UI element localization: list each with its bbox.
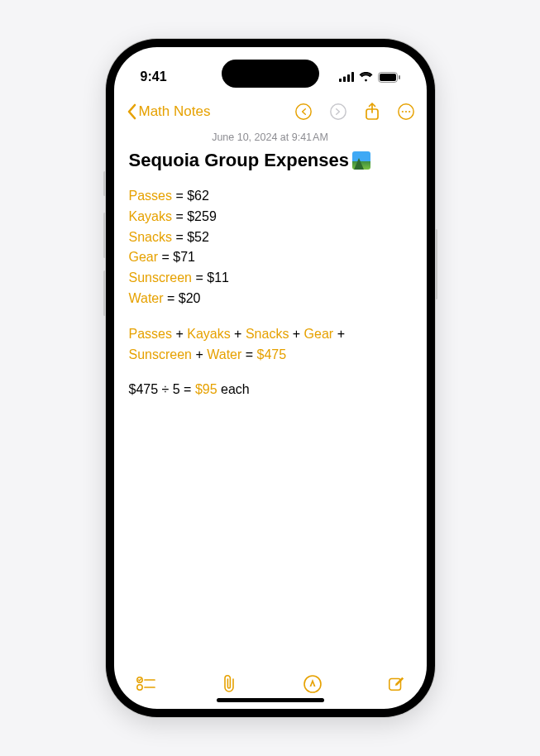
svg-rect-1 [343, 77, 346, 83]
svg-point-16 [136, 685, 141, 690]
share-button[interactable] [364, 102, 380, 122]
back-button[interactable]: Math Notes [126, 103, 293, 120]
expense-name: Gear [129, 250, 159, 264]
svg-rect-5 [380, 74, 396, 81]
expense-line: Gear = $71 [129, 247, 412, 268]
sum-result: $475 [257, 347, 287, 361]
division-suffix: each [221, 382, 250, 396]
svg-point-11 [401, 111, 403, 112]
status-time: 9:41 [141, 69, 167, 84]
sum-term: Passes [129, 327, 172, 341]
sum-term: Gear [304, 327, 334, 341]
svg-point-8 [330, 104, 345, 119]
expense-value: $259 [187, 209, 217, 223]
expense-value: $52 [187, 230, 209, 244]
note-body[interactable]: Sequoia Group Expenses Passes = $62Kayak… [114, 150, 427, 664]
expense-value: $71 [173, 250, 195, 264]
checklist-button[interactable] [136, 676, 155, 692]
expense-list: Passes = $62Kayaks = $259Snacks = $52Gea… [129, 186, 412, 309]
expense-value: $11 [207, 270, 229, 285]
side-button [103, 171, 106, 196]
back-label: Math Notes [139, 103, 211, 120]
volume-up-button [103, 213, 106, 258]
expense-line: Snacks = $52 [129, 227, 412, 248]
undo-button[interactable] [294, 103, 313, 121]
sum-term: Kayaks [187, 327, 230, 341]
expense-name: Passes [129, 189, 172, 203]
expense-name: Sunscreen [129, 270, 193, 285]
division-result: $95 [195, 382, 217, 396]
volume-down-button [103, 270, 106, 316]
power-button [435, 229, 437, 299]
sum-term: Sunscreen [129, 347, 193, 361]
svg-point-12 [404, 111, 406, 112]
expense-line: Kayaks = $259 [129, 207, 412, 227]
expense-value: $62 [187, 189, 209, 203]
svg-point-18 [304, 676, 321, 692]
phone-frame: 9:41 Math Notes [106, 39, 435, 717]
expense-line: Sunscreen = $11 [129, 268, 412, 289]
note-title-text: Sequoia Group Expenses [129, 150, 350, 171]
markup-button[interactable] [303, 674, 323, 694]
sum-line-2: Sunscreen + Water = $475 [129, 345, 412, 366]
expense-line: Passes = $62 [129, 186, 412, 207]
sum-term: Snacks [246, 327, 289, 341]
park-emoji-icon [352, 151, 370, 170]
home-indicator[interactable] [217, 698, 324, 702]
redo-button[interactable] [329, 103, 347, 121]
expense-line: Water = $20 [129, 289, 412, 309]
svg-point-13 [409, 111, 410, 112]
chevron-left-icon [126, 103, 137, 120]
battery-icon [378, 72, 400, 83]
cellular-icon [339, 72, 354, 82]
dynamic-island [222, 60, 319, 88]
svg-rect-19 [389, 679, 400, 691]
screen: 9:41 Math Notes [114, 47, 427, 709]
division-prefix: $475 ÷ 5 = [129, 382, 192, 396]
svg-rect-2 [347, 74, 350, 82]
note-title: Sequoia Group Expenses [129, 150, 412, 171]
svg-point-7 [295, 104, 310, 119]
note-timestamp: June 10, 2024 at 9:41 AM [114, 128, 427, 150]
division-line: $475 ÷ 5 = $95 each [129, 380, 412, 400]
sum-line-1: Passes + Kayaks + Snacks + Gear + [129, 324, 412, 345]
attachment-button[interactable] [220, 674, 238, 694]
expense-name: Water [129, 291, 164, 305]
expense-name: Kayaks [129, 209, 172, 223]
expense-sum: Passes + Kayaks + Snacks + Gear + Sunscr… [129, 324, 412, 366]
expense-value: $20 [179, 291, 201, 305]
svg-rect-3 [351, 72, 354, 82]
sum-term: Water [207, 347, 241, 361]
expense-name: Snacks [129, 230, 172, 244]
nav-bar: Math Notes [114, 95, 427, 128]
compose-button[interactable] [387, 675, 405, 693]
svg-rect-0 [339, 79, 342, 82]
more-button[interactable] [397, 103, 415, 121]
wifi-icon [359, 72, 373, 82]
svg-rect-6 [399, 75, 400, 79]
